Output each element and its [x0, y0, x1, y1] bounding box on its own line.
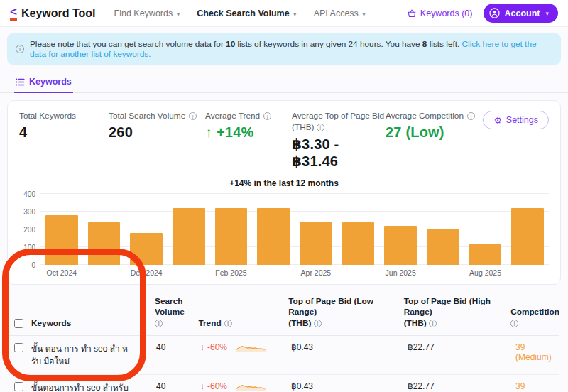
- keyword-text: ขั้นตอนการทำ seo สำหรับมือใหม่: [31, 381, 138, 392]
- info-icon[interactable]: i: [510, 320, 518, 327]
- keywords-basket-link[interactable]: Keywords (0): [407, 9, 473, 18]
- quota-left: 8: [422, 39, 427, 49]
- logo-icon: <: [10, 6, 17, 21]
- notice-text: Please note that you can get search volu…: [30, 39, 552, 59]
- bar: [511, 208, 544, 265]
- search-volume-cell: 40: [156, 381, 200, 391]
- row-checkbox[interactable]: [14, 343, 23, 352]
- table-row: ขั้นตอนการทำ seo สำหรับมือใหม่40↓-60%฿0.…: [9, 375, 559, 392]
- x-tick-label: [337, 268, 380, 278]
- nav-item-find-keywords[interactable]: Find Keywords ▾: [114, 9, 180, 18]
- y-tick-label: 300: [23, 207, 36, 215]
- settings-button[interactable]: ⚙ Settings: [483, 111, 549, 129]
- bar-apr-2025: [295, 194, 337, 265]
- bar-may-2025: [337, 194, 380, 265]
- trend-cell: ↓-60%: [200, 342, 291, 353]
- column-header-keywords[interactable]: Keywords: [31, 318, 71, 329]
- table-body: ขั้น ตอน การ ทำ seo สำ ห รับ มือใหม่40↓-…: [9, 336, 559, 392]
- chart-bars: [40, 194, 549, 265]
- basket-icon: [407, 9, 417, 18]
- column-header-bid-low[interactable]: Top of Page Bid (Low Range) (THB) i: [288, 296, 403, 329]
- tab-keywords[interactable]: Keywords: [14, 71, 73, 93]
- arrow-down-icon: ↓: [200, 342, 204, 352]
- x-tick-label: [168, 268, 210, 278]
- top-navbar: < Keyword Tool Find Keywords ▾ Check Sea…: [0, 0, 568, 27]
- bar-nov-2024: [83, 194, 126, 265]
- bar-oct-2024: [40, 194, 83, 265]
- info-icon[interactable]: i: [314, 320, 322, 327]
- x-tick-label: [252, 268, 295, 278]
- gear-icon: ⚙: [493, 116, 502, 125]
- chevron-down-icon: ▾: [362, 11, 366, 18]
- account-button[interactable]: Account ▾: [484, 4, 558, 23]
- x-tick-label: [506, 268, 549, 278]
- chart-plot: [40, 194, 549, 265]
- total-keywords-value: 4: [19, 124, 109, 141]
- average-trend-value: +14%: [217, 124, 254, 140]
- stat-total-search-volume: Total Search Volume i 260: [109, 111, 205, 141]
- trend-up-arrow-icon: ↑: [205, 124, 212, 140]
- bar-jul-2025: [422, 194, 464, 265]
- table-row: ขั้น ตอน การ ทำ seo สำ ห รับ มือใหม่40↓-…: [9, 336, 559, 375]
- quota-total: 10: [226, 39, 235, 49]
- bid-low-cell: ฿0.43: [291, 381, 408, 391]
- bar: [342, 222, 375, 265]
- stat-average-bid: Average Top of Page Bid (THB) i ฿3.30 - …: [292, 111, 386, 170]
- column-header-bid-high[interactable]: Top of Page Bid (High Range) (THB) i: [404, 296, 511, 329]
- info-icon[interactable]: i: [263, 112, 271, 120]
- bar-sep-2025: [506, 194, 549, 265]
- bar: [427, 229, 459, 265]
- stat-average-competition: Average Competition i 27 (Low): [386, 111, 475, 141]
- nav-item-api-access[interactable]: API Access ▾: [314, 9, 366, 18]
- info-icon[interactable]: i: [155, 320, 163, 327]
- trend-cell: ↓-60%: [200, 381, 291, 392]
- bar-feb-2025: [210, 194, 253, 265]
- stats-row: Total Keywords 4 Total Search Volume i 2…: [19, 111, 549, 170]
- x-tick-label: [83, 268, 126, 278]
- bar-mar-2025: [252, 194, 295, 265]
- x-tick-label: Dec 2024: [125, 268, 168, 278]
- info-icon[interactable]: i: [189, 112, 197, 120]
- trend-percent: -60%: [207, 342, 227, 352]
- average-competition-value: 27 (Low): [386, 124, 475, 141]
- y-tick-label: 0: [31, 261, 36, 268]
- bar-dec-2024: [125, 194, 168, 265]
- trend-percent: -60%: [207, 381, 227, 391]
- trend-sparkline: [236, 342, 267, 353]
- info-icon[interactable]: i: [224, 320, 232, 327]
- bid-high-cell: ฿22.77: [408, 381, 515, 391]
- bar: [257, 208, 290, 265]
- chart-x-axis: Oct 2024Dec 2024Feb 2025Apr 2025Jun 2025…: [40, 268, 549, 278]
- search-volume-cell: 40: [156, 342, 200, 352]
- bar: [88, 222, 121, 265]
- stat-total-keywords: Total Keywords 4: [19, 111, 109, 141]
- chevron-down-icon: ▾: [177, 11, 180, 18]
- info-icon[interactable]: i: [467, 112, 475, 120]
- account-avatar-icon: [489, 8, 500, 18]
- summary-card: Total Keywords 4 Total Search Volume i 2…: [7, 100, 561, 285]
- bid-low-cell: ฿0.43: [291, 342, 408, 352]
- row-checkbox[interactable]: [14, 382, 23, 391]
- bar-aug-2025: [464, 194, 507, 265]
- info-icon[interactable]: i: [317, 124, 324, 131]
- bar: [300, 222, 332, 265]
- keyword-cell: ขั้นตอนการทำ seo สำหรับมือใหม่: [9, 381, 156, 392]
- x-tick-label: Apr 2025: [295, 268, 337, 278]
- table-header-row: Keywords Search Volume i Trend i Top of …: [9, 292, 559, 336]
- chart-title: +14% in the last 12 months: [19, 178, 549, 188]
- y-tick-label: 200: [23, 225, 36, 233]
- competition-cell: 39 (Medium): [515, 381, 559, 392]
- column-header-competition[interactable]: Competition i: [510, 307, 559, 329]
- column-header-trend[interactable]: Trend i: [198, 318, 288, 329]
- navbar-right: Keywords (0) Account ▾: [407, 4, 558, 23]
- bar: [384, 226, 417, 265]
- stat-average-trend: Average Trend i ↑ +14%: [205, 111, 292, 141]
- select-all-checkbox[interactable]: [14, 319, 23, 328]
- quota-notice-banner: i Please note that you can get search vo…: [7, 33, 561, 65]
- info-icon[interactable]: i: [429, 320, 437, 327]
- nav-item-check-search-volume[interactable]: Check Search Volume ▾: [197, 9, 296, 18]
- column-header-search-volume[interactable]: Search Volume i: [155, 296, 198, 329]
- keywords-table: Keywords Search Volume i Trend i Top of …: [9, 292, 559, 392]
- app-logo[interactable]: < Keyword Tool: [10, 6, 96, 21]
- app-title: Keyword Tool: [21, 7, 96, 20]
